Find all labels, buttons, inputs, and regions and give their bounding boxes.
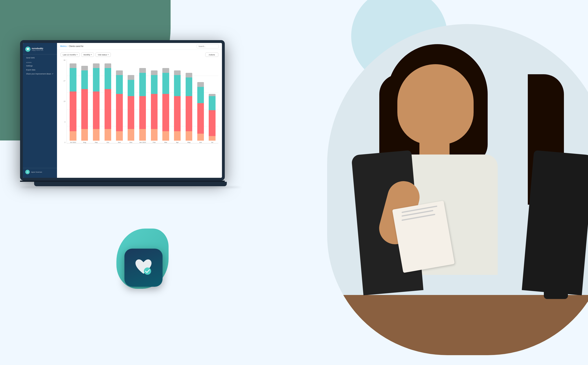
bar-chart: 0 9 18 27 36 Jul 2022AugSepOctNovDecJan … xyxy=(61,59,218,160)
logo-icon xyxy=(25,47,30,52)
sidebar-item-share[interactable]: Share your improvement ideas! ↗ xyxy=(25,72,55,76)
badge-icon xyxy=(124,249,162,287)
laptop-feet xyxy=(20,186,241,188)
y-label-18: 18 xyxy=(61,100,65,102)
y-label-0: 0 xyxy=(61,141,65,143)
bar-group: Oct xyxy=(102,59,113,143)
y-label-36: 36 xyxy=(61,59,65,61)
sidebar-section-admin-label: Admin xyxy=(25,62,55,63)
bar-group: May xyxy=(184,59,195,143)
logo-heart-icon xyxy=(27,48,29,50)
visit-status-dropdown[interactable]: Visit status ▾ xyxy=(96,53,111,57)
main-content: Metrics / Clients cared for Last 12 mont… xyxy=(57,43,222,178)
bar-group: Mar xyxy=(160,59,171,143)
bar-group: Aug xyxy=(79,59,90,143)
y-label-9: 9 xyxy=(61,121,65,123)
chart-plot: Jul 2022AugSepOctNovDecJan 2023FebMarApr… xyxy=(67,59,218,143)
chart-section: Last 12 months ▾ Monthly ▾ Visit status … xyxy=(57,50,222,178)
period-dropdown[interactable]: Last 12 months ▾ xyxy=(61,53,80,57)
sidebar-item-settings[interactable]: Settings xyxy=(25,64,55,68)
chart-controls: Last 12 months ▾ Monthly ▾ Visit status … xyxy=(61,53,218,57)
sidebar-item-export[interactable]: Export data xyxy=(25,68,55,72)
bar-group: Jun xyxy=(195,59,206,143)
breadcrumb-parent[interactable]: Metrics xyxy=(60,45,67,47)
bar-group: Dec xyxy=(126,59,136,143)
laptop-screen: nursebuddy Happy Home Care Send SMS Admi… xyxy=(23,43,222,178)
sidebar-item-send-sms[interactable]: Send SMS xyxy=(25,56,55,60)
bar-group: Jul xyxy=(207,59,217,143)
laptop-wrapper: nursebuddy Happy Home Care Send SMS Admi… xyxy=(20,40,241,188)
svg-point-0 xyxy=(144,267,151,275)
frequency-dropdown[interactable]: Monthly ▾ xyxy=(81,53,94,57)
search-input[interactable] xyxy=(197,44,219,48)
bar-group: Jan 2023 xyxy=(137,59,148,143)
bar-group: Feb xyxy=(149,59,160,143)
topnav: Metrics / Clients cared for xyxy=(57,43,222,50)
actions-button[interactable]: Actions xyxy=(205,53,218,57)
logo-tagline: Happy Home Care xyxy=(32,49,43,51)
breadcrumb: Metrics / Clients cared for xyxy=(60,45,84,47)
y-label-27: 27 xyxy=(61,80,65,82)
sidebar-footer: JS Jayne Scarman xyxy=(23,168,57,176)
bar-group: Sep xyxy=(91,59,102,143)
heart-check-icon xyxy=(133,257,154,279)
laptop-base xyxy=(34,182,227,186)
breadcrumb-separator: / xyxy=(67,45,68,47)
bar-group: Nov xyxy=(114,59,125,143)
y-axis: 0 9 18 27 36 xyxy=(61,59,65,143)
user-name: Jayne Scarman xyxy=(31,171,42,173)
logo-text: nursebuddy xyxy=(32,47,43,49)
bar-group: Jul 2022 xyxy=(68,59,78,143)
breadcrumb-current: Clients cared for xyxy=(69,45,84,47)
sidebar: nursebuddy Happy Home Care Send SMS Admi… xyxy=(23,43,57,178)
bar-group: Apr xyxy=(172,59,183,143)
laptop-screen-bezel: nursebuddy Happy Home Care Send SMS Admi… xyxy=(20,40,225,181)
user-avatar: JS xyxy=(25,170,30,174)
sidebar-logo: nursebuddy Happy Home Care xyxy=(23,45,57,54)
